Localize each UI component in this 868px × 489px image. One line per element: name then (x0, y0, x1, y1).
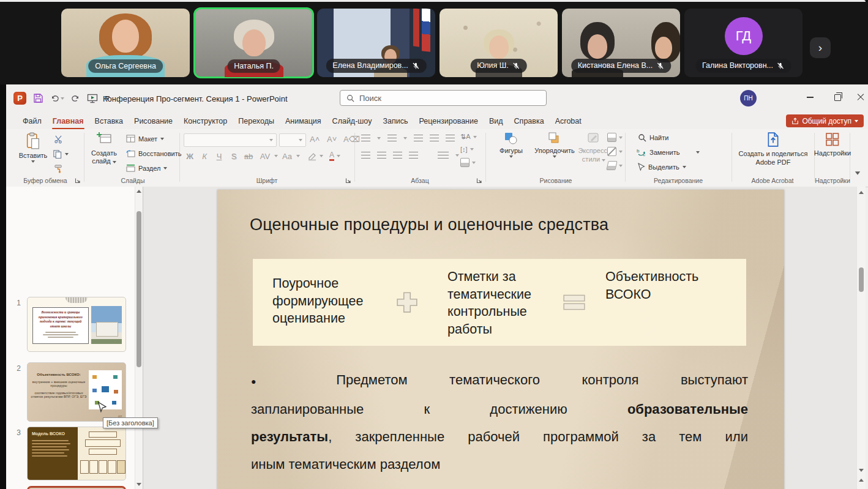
save-icon[interactable] (33, 93, 43, 103)
new-slide-button[interactable]: Создатьслайд (88, 132, 121, 165)
close-button[interactable] (848, 84, 868, 110)
tab-record[interactable]: Запись (377, 114, 413, 128)
layout-button[interactable]: Макет (126, 135, 164, 143)
account-avatar[interactable]: ПН (740, 90, 757, 106)
scroll-up-arrow-icon[interactable] (137, 190, 141, 193)
slide-title[interactable]: Оценочные процедуры и оценочные средства (250, 215, 608, 234)
increase-indent-button[interactable] (430, 135, 439, 141)
share-button[interactable]: Общий доступ (786, 114, 864, 127)
tab-slideshow[interactable]: Слайд-шоу (327, 114, 378, 128)
participant-tile[interactable]: Елена Владимиров... (317, 9, 435, 77)
scroll-up-arrow-icon[interactable] (859, 191, 864, 194)
slide-paragraph[interactable]: ● Предметом тематического контроля высту… (251, 366, 748, 478)
find-button[interactable]: Найти (638, 133, 668, 142)
participant-tile[interactable]: Юлия Ш. (440, 9, 558, 77)
search-box[interactable]: Поиск (340, 90, 547, 106)
align-right-button[interactable] (393, 152, 402, 159)
decrease-indent-button[interactable] (414, 135, 423, 141)
arrange-button[interactable]: Упорядочить (530, 132, 579, 158)
align-center-button[interactable] (377, 152, 386, 159)
change-case-button[interactable]: Aa (278, 152, 296, 161)
italic-button[interactable]: К (197, 152, 212, 161)
thumbnail-scrollbar[interactable] (135, 187, 143, 489)
strikethrough-button[interactable]: ab (241, 152, 256, 161)
participant-tile[interactable]: ГД Галина Викторовн... (684, 9, 803, 77)
scroll-down-arrow-icon[interactable] (137, 483, 141, 486)
redo-icon[interactable] (71, 94, 80, 103)
tab-draw[interactable]: Рисование (129, 114, 178, 128)
addins-button[interactable]: Надстройки (815, 132, 850, 157)
slide-smartart-box[interactable]: Поурочное формирующее оценивание Отметки… (253, 259, 746, 346)
main-scrollbar-thumb[interactable] (859, 267, 864, 292)
section-button[interactable]: Раздел (126, 164, 167, 172)
create-adobe-pdf-button[interactable]: Создать и поделитьсяAdobe PDF (736, 132, 810, 167)
select-button[interactable]: Выделить (637, 163, 686, 171)
slide-thumbnail-1[interactable]: Возможности и границы применения критери… (27, 297, 126, 352)
shapes-button[interactable]: Фигуры (493, 132, 529, 158)
slide-item-1[interactable]: Поурочное формирующее оценивание (272, 275, 392, 327)
participant-tile[interactable]: Кистанова Елена В... (562, 9, 680, 77)
bullets-button[interactable] (361, 135, 370, 141)
copy-button[interactable] (53, 149, 69, 159)
clipboard-dialog-launcher[interactable] (75, 177, 81, 184)
font-size-combo[interactable] (279, 133, 306, 147)
tab-insert[interactable]: Вставка (89, 114, 129, 128)
replace-button[interactable]: bcЗаменить (637, 148, 700, 157)
undo-button[interactable] (50, 94, 64, 103)
character-spacing-button[interactable]: AV (256, 152, 274, 161)
current-slide[interactable]: Оценочные процедуры и оценочные средства… (217, 190, 784, 489)
tab-help[interactable]: Справка (509, 114, 550, 128)
equals-shape-icon[interactable] (563, 293, 586, 312)
next-slide-arrow-icon[interactable] (859, 479, 864, 482)
slide-thumbnail-3[interactable]: Модель ВСОКО (27, 427, 126, 480)
paste-button[interactable]: Вставить (16, 132, 50, 163)
tab-transitions[interactable]: Переходы (233, 114, 280, 128)
cut-button[interactable] (54, 135, 63, 144)
tab-design[interactable]: Конструктор (178, 114, 233, 128)
line-spacing-button[interactable] (446, 135, 455, 141)
slide-thumbnail-2[interactable]: Объективность ВСОКО: внутренние + внешни… (27, 362, 126, 422)
shape-effects-button[interactable] (607, 161, 623, 170)
shape-outline-button[interactable] (607, 147, 623, 156)
tab-home[interactable]: Главная (47, 114, 89, 128)
collapse-ribbon-chevron-icon[interactable] (855, 171, 860, 175)
font-color-button[interactable]: А (329, 151, 334, 161)
participant-tile[interactable]: Ольга Сергеевна (61, 9, 190, 77)
minimize-button[interactable] (798, 84, 822, 110)
text-direction-button[interactable]: ⇅A (460, 133, 477, 141)
format-painter-button[interactable] (54, 164, 63, 173)
align-left-button[interactable] (361, 152, 370, 159)
tab-review[interactable]: Рецензирование (413, 114, 484, 128)
scroll-down-arrow-icon[interactable] (859, 469, 864, 472)
plus-shape-icon[interactable] (395, 291, 419, 314)
convert-to-smartart-button[interactable] (460, 158, 477, 167)
bold-button[interactable]: Ж (182, 152, 197, 161)
font-name-combo[interactable] (184, 133, 277, 147)
slide-item-3[interactable]: Объективность ВСОКО (605, 268, 734, 303)
next-participants-button[interactable]: › (810, 37, 831, 58)
highlight-color-button[interactable] (307, 152, 318, 161)
shape-fill-button[interactable] (607, 133, 623, 142)
shrink-font-button[interactable]: A˅ (327, 135, 337, 144)
tab-view[interactable]: Вид (484, 114, 509, 128)
main-scrollbar[interactable] (856, 187, 866, 489)
underline-button[interactable]: Ч (212, 152, 226, 161)
font-dialog-launcher[interactable] (345, 177, 351, 184)
reset-slide-button[interactable]: Восстановить (126, 149, 181, 157)
align-text-button[interactable]: [↕] (460, 146, 477, 153)
justify-button[interactable] (409, 152, 418, 159)
slide-thumbnail-4-selected[interactable]: Оценочные процедуры и оценочные средства… (27, 486, 126, 489)
start-slideshow-icon[interactable] (87, 94, 98, 103)
numbering-button[interactable] (387, 135, 397, 141)
tab-acrobat[interactable]: Acrobat (550, 114, 587, 128)
grow-font-button[interactable]: A˄ (310, 135, 320, 144)
restore-button[interactable] (825, 84, 850, 110)
clear-formatting-button[interactable]: A⌫ (343, 135, 360, 144)
powerpoint-logo-icon[interactable]: P (13, 92, 26, 105)
participant-tile-active-speaker[interactable]: Наталья П. (195, 9, 313, 77)
thumbnail-scrollbar-thumb[interactable] (137, 211, 141, 367)
columns-button[interactable] (438, 152, 449, 159)
tab-animations[interactable]: Анимация (280, 114, 327, 128)
tab-file[interactable]: Файл (17, 114, 47, 128)
slide-item-2[interactable]: Отметки за тематические контрольные рабо… (447, 268, 561, 338)
